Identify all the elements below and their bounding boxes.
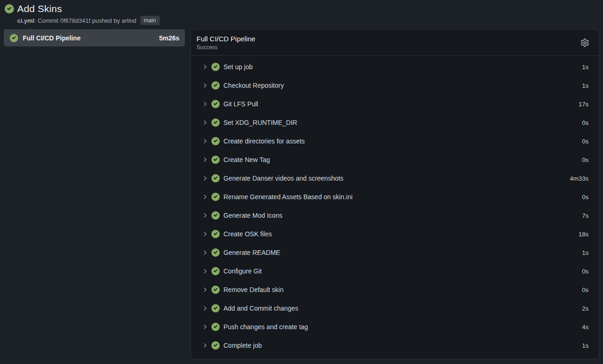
job-name: Full CI/CD Pipeline: [23, 34, 80, 42]
chevron-right-icon[interactable]: [202, 231, 208, 237]
step-duration: 18s: [578, 231, 589, 238]
step-duration: 0s: [582, 286, 589, 293]
step-name: Set up job: [223, 63, 253, 71]
check-circle-icon: [211, 267, 220, 275]
step-row[interactable]: Generate Danser videos and screenshots 4…: [191, 169, 599, 188]
step-row[interactable]: Set up job 1s: [191, 58, 599, 76]
check-circle-icon: [211, 174, 220, 182]
run-meta: ci.yml: Commit 0f678d341f pushed by arli…: [17, 16, 598, 25]
step-row[interactable]: Generate README 1s: [191, 243, 599, 262]
step-name: Checkout Repository: [223, 82, 284, 89]
chevron-right-icon[interactable]: [202, 82, 208, 89]
step-name: Configure Git: [223, 267, 262, 275]
step-name: Create OSK files: [223, 230, 272, 238]
chevron-right-icon[interactable]: [202, 342, 208, 349]
step-row[interactable]: Complete job 1s: [191, 336, 599, 355]
step-name: Complete job: [223, 342, 262, 349]
step-name: Generate README: [223, 249, 280, 256]
step-duration: 0s: [582, 156, 589, 163]
step-duration: 1s: [582, 249, 589, 256]
check-circle-icon: [211, 193, 220, 201]
chevron-right-icon[interactable]: [202, 194, 208, 200]
step-duration: 0s: [582, 194, 589, 201]
step-row[interactable]: Create directories for assets 0s: [191, 132, 599, 150]
branch-badge[interactable]: main: [140, 16, 160, 25]
step-duration: 4s: [582, 324, 589, 331]
step-duration: 1s: [582, 64, 589, 71]
step-row[interactable]: Push changes and create tag 4s: [191, 318, 599, 336]
check-circle-icon: [211, 248, 220, 257]
chevron-right-icon[interactable]: [202, 286, 208, 293]
check-circle-icon: [211, 304, 220, 312]
check-circle-icon: [211, 118, 220, 127]
author-name[interactable]: arlind: [122, 17, 137, 24]
chevron-right-icon[interactable]: [202, 249, 208, 256]
check-circle-icon: [211, 100, 220, 108]
job-panel-header: Full CI/CD Pipeline Success: [191, 30, 599, 56]
step-row[interactable]: Set XDG_RUNTIME_DIR 0s: [191, 113, 599, 132]
step-name: Generate Danser videos and screenshots: [223, 175, 343, 182]
run-content: Full CI/CD Pipeline 5m26s Full CI/CD Pip…: [0, 29, 603, 359]
step-name: Add and Commit changes: [223, 305, 298, 312]
chevron-right-icon[interactable]: [202, 212, 208, 219]
step-name: Create New Tag: [223, 156, 270, 163]
check-circle-icon: [211, 341, 220, 350]
step-name: Remove Default skin: [223, 286, 283, 293]
check-circle-icon: [211, 286, 220, 294]
workflow-file-name[interactable]: ci.yml: [17, 17, 34, 24]
step-row[interactable]: Configure Git 0s: [191, 262, 599, 280]
step-duration: 17s: [578, 101, 589, 108]
chevron-right-icon[interactable]: [202, 64, 208, 70]
job-title: Full CI/CD Pipeline: [197, 34, 256, 43]
step-row[interactable]: Add and Commit changes 2s: [191, 299, 599, 318]
step-duration: 1s: [582, 342, 589, 349]
chevron-right-icon[interactable]: [202, 101, 208, 107]
check-circle-icon: [211, 230, 220, 238]
step-row[interactable]: Remove Default skin 0s: [191, 280, 599, 299]
run-header: Add Skins ci.yml: Commit 0f678d341f push…: [0, 0, 603, 29]
chevron-right-icon[interactable]: [202, 156, 208, 163]
step-duration: 0s: [582, 268, 589, 275]
gear-icon[interactable]: [579, 37, 590, 48]
chevron-right-icon[interactable]: [202, 175, 208, 182]
step-duration: 4m33s: [570, 175, 589, 182]
chevron-right-icon[interactable]: [202, 138, 208, 144]
check-circle-icon: [211, 137, 220, 145]
commit-sha[interactable]: 0f678d341f: [60, 17, 90, 24]
job-status-text: Success: [197, 44, 256, 51]
check-circle-icon: [211, 63, 220, 71]
step-duration: 0s: [582, 119, 589, 126]
sidebar-job-item[interactable]: Full CI/CD Pipeline 5m26s: [4, 29, 185, 46]
step-duration: 0s: [582, 138, 589, 145]
step-duration: 1s: [582, 82, 589, 89]
chevron-right-icon[interactable]: [202, 268, 208, 274]
step-row[interactable]: Create New Tag 0s: [191, 150, 599, 169]
check-circle-icon: [10, 34, 18, 42]
chevron-right-icon[interactable]: [202, 305, 208, 312]
check-circle-icon: [211, 156, 220, 164]
run-status-check-circle-icon: [5, 4, 14, 13]
step-name: Rename Generated Assets Based on skin.in…: [223, 193, 353, 201]
steps-list: Set up job 1s Checkout Repository 1s: [191, 56, 599, 359]
chevron-right-icon[interactable]: [202, 119, 208, 126]
step-duration: 2s: [582, 305, 589, 312]
step-row[interactable]: Rename Generated Assets Based on skin.in…: [191, 188, 599, 206]
job-detail-panel: Full CI/CD Pipeline Success Set up job 1…: [190, 29, 599, 359]
check-circle-icon: [211, 81, 220, 90]
step-name: Set XDG_RUNTIME_DIR: [223, 119, 297, 126]
step-name: Create directories for assets: [223, 137, 305, 145]
step-name: Generate Mod Icons: [223, 212, 282, 219]
step-row[interactable]: Generate Mod Icons 7s: [191, 206, 599, 225]
job-duration: 5m26s: [159, 34, 179, 42]
step-row[interactable]: Create OSK files 18s: [191, 225, 599, 243]
pushed-by-label: pushed by: [91, 17, 122, 24]
step-row[interactable]: Checkout Repository 1s: [191, 76, 599, 95]
run-title: Add Skins: [17, 3, 62, 14]
jobs-sidebar: Full CI/CD Pipeline 5m26s: [4, 29, 185, 46]
step-duration: 7s: [582, 212, 589, 219]
check-circle-icon: [211, 323, 220, 331]
step-row[interactable]: Git LFS Pull 17s: [191, 95, 599, 113]
check-circle-icon: [211, 211, 220, 220]
chevron-right-icon[interactable]: [202, 324, 208, 330]
commit-label: : Commit: [34, 17, 60, 24]
